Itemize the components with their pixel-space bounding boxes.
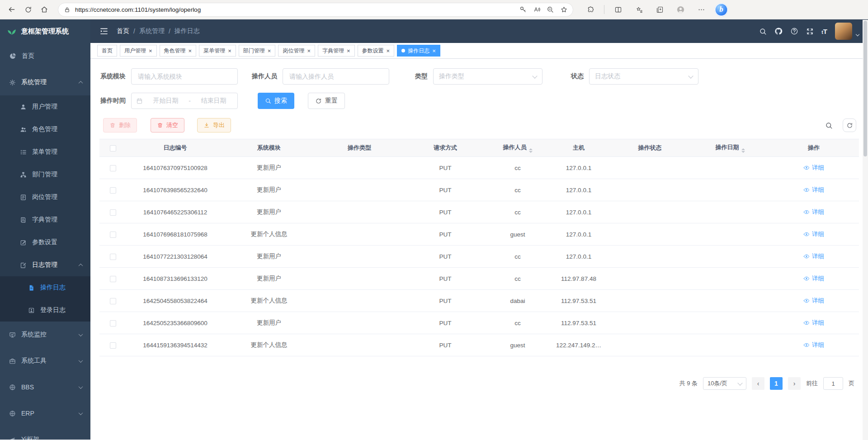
export-button[interactable]: 导出 (197, 118, 231, 132)
row-checkbox[interactable] (110, 232, 116, 238)
reset-button[interactable]: 重置 (308, 93, 345, 109)
date-range-picker[interactable]: 开始日期 - 结束日期 (131, 93, 238, 109)
detail-link[interactable]: 详细 (803, 230, 824, 238)
close-icon[interactable]: × (228, 48, 231, 54)
sort-caret-icon[interactable] (741, 148, 745, 153)
breadcrumb-item[interactable]: 操作日志 (175, 27, 200, 35)
clear-button[interactable]: 清空 (151, 118, 184, 132)
sidebar-item-岗位管理[interactable]: 岗位管理 (0, 186, 90, 208)
goto-page-input[interactable] (823, 377, 843, 390)
tab-首页[interactable]: 首页 (97, 45, 117, 57)
copilot-icon[interactable]: b (715, 3, 728, 16)
tab-用户管理[interactable]: 用户管理× (120, 45, 157, 57)
close-icon[interactable]: × (307, 48, 311, 54)
sort-asc-icon[interactable] (529, 148, 533, 150)
close-icon[interactable]: × (387, 48, 390, 54)
sidebar-item-部门管理[interactable]: 部门管理 (0, 163, 90, 186)
close-icon[interactable]: × (149, 48, 152, 54)
operator-input[interactable] (283, 68, 389, 85)
profile-icon[interactable] (673, 2, 688, 17)
detail-link[interactable]: 详细 (803, 341, 824, 349)
scrollbar-thumb[interactable] (863, 21, 867, 156)
zoom-out-icon[interactable] (544, 4, 557, 15)
select-all-checkbox[interactable] (110, 145, 116, 151)
sidebar-item-日志管理[interactable]: 日志管理 (0, 254, 90, 276)
favorites-bar-icon[interactable] (632, 2, 646, 17)
hamburger-icon[interactable] (99, 27, 108, 36)
tab-字典管理[interactable]: 字典管理× (318, 45, 355, 57)
sidebar-item-字典管理[interactable]: 字典管理 (0, 208, 90, 231)
sidebar-item-Yi框架[interactable]: Yi框架 (0, 426, 90, 440)
split-screen-icon[interactable] (611, 2, 625, 17)
sidebar-item-首页[interactable]: 首页 (0, 43, 90, 69)
sidebar-item-系统管理[interactable]: 系统管理 (0, 69, 90, 95)
page-1-button[interactable]: 1 (770, 377, 783, 390)
refresh-table-icon[interactable] (843, 118, 856, 132)
row-checkbox[interactable] (110, 254, 116, 260)
page-size-select[interactable]: 10条/页 (703, 377, 746, 390)
sidebar-item-ERP[interactable]: ERP (0, 400, 90, 426)
more-icon[interactable] (694, 2, 708, 17)
next-page-button[interactable]: › (788, 377, 801, 390)
detail-link[interactable]: 详细 (803, 164, 824, 172)
breadcrumb-item[interactable]: 首页 (117, 27, 129, 35)
close-icon[interactable]: × (268, 48, 271, 54)
delete-button[interactable]: 删除 (103, 118, 137, 132)
sort-asc-icon[interactable] (741, 148, 745, 150)
row-checkbox[interactable] (110, 342, 116, 349)
back-icon[interactable] (5, 2, 19, 17)
tab-岗位管理[interactable]: 岗位管理× (278, 45, 315, 57)
row-checkbox[interactable] (110, 187, 116, 194)
tab-菜单管理[interactable]: 菜单管理× (199, 45, 236, 57)
tab-部门管理[interactable]: 部门管理× (239, 45, 276, 57)
close-icon[interactable]: × (347, 48, 350, 54)
search-icon[interactable] (759, 28, 767, 35)
sidebar-item-角色管理[interactable]: 角色管理 (0, 118, 90, 141)
collections-icon[interactable] (652, 2, 667, 17)
url-bar[interactable]: https://ccnetcore.com:1101/system/log/op… (58, 3, 573, 17)
sort-desc-icon[interactable] (529, 151, 533, 153)
search-button[interactable]: 搜索 (258, 93, 294, 109)
sidebar-item-菜单管理[interactable]: 菜单管理 (0, 141, 90, 163)
sidebar-item-系统监控[interactable]: 系统监控 (0, 322, 90, 348)
user-avatar[interactable] (835, 23, 852, 40)
tab-角色管理[interactable]: 角色管理× (160, 45, 197, 57)
detail-link[interactable]: 详细 (803, 274, 824, 283)
sidebar-item-系统工具[interactable]: 系统工具 (0, 348, 90, 374)
prev-page-button[interactable]: ‹ (752, 377, 764, 390)
sort-desc-icon[interactable] (741, 151, 745, 153)
close-icon[interactable]: × (189, 48, 192, 54)
extensions-icon[interactable] (583, 2, 598, 17)
detail-link[interactable]: 详细 (803, 297, 824, 305)
type-select[interactable]: 操作类型 (433, 68, 542, 85)
row-checkbox[interactable] (110, 165, 116, 171)
sidebar-item-用户管理[interactable]: 用户管理 (0, 95, 90, 118)
column-header-操作日期[interactable]: 操作日期 (692, 139, 769, 157)
sort-caret-icon[interactable] (529, 148, 533, 153)
favorite-add-icon[interactable] (557, 4, 570, 15)
sidebar-item-登录日志[interactable]: 登录日志 (0, 299, 90, 322)
sidebar-item-参数设置[interactable]: 参数设置 (0, 231, 90, 254)
text-size-icon[interactable]: tT (821, 28, 827, 35)
home-icon[interactable] (37, 2, 52, 17)
breadcrumb-item[interactable]: 系统管理 (139, 27, 165, 35)
page-scrollbar[interactable] (863, 20, 868, 440)
row-checkbox[interactable] (110, 298, 116, 304)
toggle-search-icon[interactable] (822, 118, 835, 132)
close-icon[interactable]: × (432, 48, 436, 54)
key-icon[interactable] (517, 4, 529, 15)
module-input[interactable] (131, 68, 238, 85)
reload-icon[interactable] (21, 2, 35, 17)
read-aloud-icon[interactable] (530, 4, 543, 15)
row-checkbox[interactable] (110, 209, 116, 216)
help-icon[interactable] (790, 27, 798, 35)
fullscreen-icon[interactable] (806, 28, 814, 35)
detail-link[interactable]: 详细 (803, 319, 824, 327)
github-icon[interactable] (774, 27, 783, 35)
detail-link[interactable]: 详细 (803, 252, 824, 260)
status-select[interactable]: 日志状态 (589, 68, 698, 85)
detail-link[interactable]: 详细 (803, 186, 824, 194)
tab-操作日志[interactable]: 操作日志× (397, 45, 440, 57)
sidebar-item-操作日志[interactable]: 操作日志 (0, 276, 90, 299)
sidebar-item-BBS[interactable]: BBS (0, 374, 90, 400)
